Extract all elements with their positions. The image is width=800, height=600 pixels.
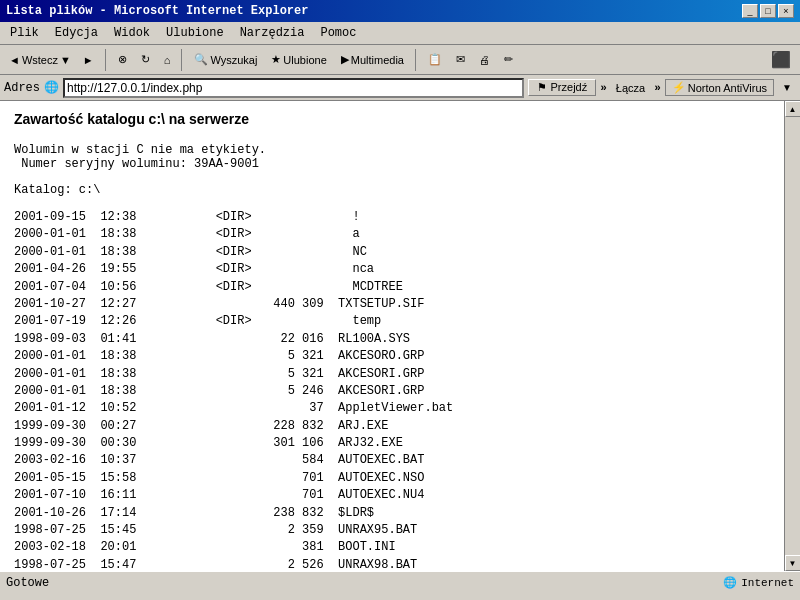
- norton-antivirus-button[interactable]: ⚡ Norton AntiVirus: [665, 79, 774, 96]
- options-icon: ⬛: [771, 50, 791, 69]
- menu-ulubione[interactable]: Ulubione: [160, 24, 230, 42]
- list-item: 2001-04-26 19:55 <DIR> nca: [14, 261, 770, 278]
- stop-icon: ⊗: [118, 53, 127, 66]
- list-item: 1998-09-03 01:41 22 016 RL100A.SYS: [14, 331, 770, 348]
- content-area: Zawartość katalogu c:\ na serwerze Wolum…: [0, 101, 800, 571]
- list-item: 2003-02-18 20:01 381 BOOT.INI: [14, 539, 770, 556]
- status-text: Gotowe: [6, 576, 49, 590]
- print-icon: 🖨: [479, 54, 490, 66]
- list-item: 2000-01-01 18:38 <DIR> a: [14, 226, 770, 243]
- status-right: 🌐 Internet: [723, 576, 794, 589]
- zone-label: Internet: [741, 577, 794, 589]
- list-item: 1998-07-25 15:47 2 526 UNRAX98.BAT: [14, 557, 770, 571]
- menu-bar: Plik Edycja Widok Ulubione Narzędzia Pom…: [0, 22, 800, 45]
- address-bar: Adres 🌐 ⚑ Przejdź » Łącza » ⚡ Norton Ant…: [0, 75, 800, 101]
- address-label: Adres: [4, 81, 40, 95]
- status-bar: Gotowe 🌐 Internet: [0, 571, 800, 593]
- list-item: 1999-09-30 00:27 228 832 ARJ.EXE: [14, 418, 770, 435]
- list-item: 1998-07-25 15:45 2 359 UNRAX95.BAT: [14, 522, 770, 539]
- stop-button[interactable]: ⊗: [113, 50, 132, 69]
- title-bar: Lista plików - Microsoft Internet Explor…: [0, 0, 800, 22]
- window-title: Lista plików - Microsoft Internet Explor…: [6, 4, 308, 18]
- list-item: 2001-07-19 12:26 <DIR> temp: [14, 313, 770, 330]
- back-dropdown-icon: ▼: [60, 54, 71, 66]
- favorites-icon: ★: [271, 53, 281, 66]
- list-item: 2001-10-27 12:27 440 309 TXTSETUP.SIF: [14, 296, 770, 313]
- list-item: 2001-01-12 10:52 37 AppletViewer.bat: [14, 400, 770, 417]
- edit-button[interactable]: ✏: [499, 50, 518, 69]
- address-options-button[interactable]: ▼: [778, 80, 796, 95]
- forward-icon: ►: [83, 54, 94, 66]
- nav-buttons: ◄ Wstecz ▼ ►: [4, 51, 99, 69]
- sep3: [415, 49, 417, 71]
- chevron-right-icon: »: [600, 82, 607, 94]
- catalog-info: Katalog: c:\: [14, 183, 770, 197]
- list-item: 2000-01-01 18:38 5 246 AKCESORI.GRP: [14, 383, 770, 400]
- mail-button[interactable]: ✉: [451, 50, 470, 69]
- menu-widok[interactable]: Widok: [108, 24, 156, 42]
- address-input[interactable]: [63, 78, 524, 98]
- back-icon: ◄: [9, 54, 20, 66]
- history-icon: 📋: [428, 53, 442, 66]
- address-icon: 🌐: [44, 80, 59, 95]
- list-item: 2000-01-01 18:38 <DIR> NC: [14, 244, 770, 261]
- back-button[interactable]: ◄ Wstecz ▼: [4, 51, 76, 69]
- sep2: [181, 49, 183, 71]
- multimedia-button[interactable]: ▶ Multimedia: [336, 50, 409, 69]
- page-title: Zawartość katalogu c:\ na serwerze: [14, 111, 770, 127]
- toolbar: ◄ Wstecz ▼ ► ⊗ ↻ ⌂ 🔍 Wyszukaj ★ Ulubione…: [0, 45, 800, 75]
- list-item: 2000-01-01 18:38 5 321 AKCESORO.GRP: [14, 348, 770, 365]
- print-button[interactable]: 🖨: [474, 51, 495, 69]
- internet-icon: 🌐: [723, 576, 737, 589]
- search-button[interactable]: 🔍 Wyszukaj: [189, 50, 262, 69]
- list-item: 2001-07-10 16:11 701 AUTOEXEC.NU4: [14, 487, 770, 504]
- list-item: 2001-07-04 10:56 <DIR> MCDTREE: [14, 279, 770, 296]
- menu-narzedzia[interactable]: Narzędzia: [234, 24, 311, 42]
- chevron-right-icon-2: »: [654, 82, 661, 94]
- scroll-up-button[interactable]: ▲: [785, 101, 801, 117]
- refresh-button[interactable]: ↻: [136, 50, 155, 69]
- home-icon: ⌂: [164, 54, 171, 66]
- links-button[interactable]: Łącza: [611, 80, 650, 96]
- list-item: 1999-09-30 00:30 301 106 ARJ32.EXE: [14, 435, 770, 452]
- forward-button[interactable]: ►: [78, 51, 99, 69]
- scroll-track[interactable]: [785, 117, 800, 555]
- menu-plik[interactable]: Plik: [4, 24, 45, 42]
- file-list: 2001-09-15 12:38 <DIR> !2000-01-01 18:38…: [14, 209, 770, 571]
- maximize-button[interactable]: □: [760, 4, 776, 18]
- home-button[interactable]: ⌂: [159, 51, 176, 69]
- norton-icon: ⚡: [672, 81, 686, 94]
- list-item: 2000-01-01 18:38 5 321 AKCESORI.GRP: [14, 366, 770, 383]
- search-icon: 🔍: [194, 53, 208, 66]
- list-item: 2001-05-15 15:58 701 AUTOEXEC.NSO: [14, 470, 770, 487]
- history-button[interactable]: 📋: [423, 50, 447, 69]
- list-item: 2001-09-15 12:38 <DIR> !: [14, 209, 770, 226]
- volume-info: Wolumin w stacji C nie ma etykiety. Nume…: [14, 143, 770, 171]
- mail-icon: ✉: [456, 53, 465, 66]
- list-item: 2001-10-26 17:14 238 832 $LDR$: [14, 505, 770, 522]
- go-button[interactable]: ⚑ Przejdź: [528, 79, 596, 96]
- list-item: 2003-02-16 10:37 584 AUTOEXEC.BAT: [14, 452, 770, 469]
- edit-icon: ✏: [504, 53, 513, 66]
- sep1: [105, 49, 107, 71]
- close-button[interactable]: ×: [778, 4, 794, 18]
- refresh-icon: ↻: [141, 53, 150, 66]
- go-icon: ⚑: [537, 81, 547, 93]
- favorites-button[interactable]: ★ Ulubione: [266, 50, 331, 69]
- main-content: Zawartość katalogu c:\ na serwerze Wolum…: [0, 101, 784, 571]
- options-button[interactable]: ⬛: [766, 47, 796, 72]
- menu-edycja[interactable]: Edycja: [49, 24, 104, 42]
- scrollbar[interactable]: ▲ ▼: [784, 101, 800, 571]
- window-controls: _ □ ×: [742, 4, 794, 18]
- scroll-down-button[interactable]: ▼: [785, 555, 801, 571]
- minimize-button[interactable]: _: [742, 4, 758, 18]
- multimedia-icon: ▶: [341, 53, 349, 66]
- menu-pomoc[interactable]: Pomoc: [314, 24, 362, 42]
